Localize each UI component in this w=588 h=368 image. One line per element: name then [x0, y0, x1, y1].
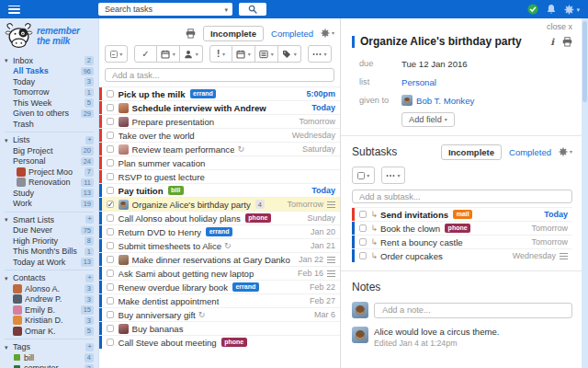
add-field-button[interactable]: Add field	[401, 112, 455, 127]
tag-chip[interactable]: errand	[206, 227, 232, 236]
settings-menu-button[interactable]	[564, 5, 580, 15]
search-options-caret-icon[interactable]	[224, 6, 228, 13]
add-task-box[interactable]	[105, 68, 334, 82]
add-icon[interactable]	[85, 343, 94, 351]
task-checkbox[interactable]	[359, 252, 367, 259]
subtasks-options-button[interactable]	[559, 147, 572, 156]
task-checkbox[interactable]	[107, 228, 114, 236]
sidebar-item-this-week[interactable]: This Week5	[0, 98, 98, 109]
task-row[interactable]: Buy anniversary giftMar 6	[99, 307, 340, 321]
task-checkbox[interactable]	[107, 256, 114, 263]
add-note-input[interactable]	[380, 305, 566, 316]
sidebar-item-emily-b[interactable]: Emily B.15	[0, 305, 98, 316]
task-checkbox[interactable]	[107, 132, 114, 139]
task-checkbox[interactable]	[107, 325, 114, 332]
task-row[interactable]: Call Alonso about holiday plansphoneSund…	[99, 211, 340, 224]
toolbar-complete-button[interactable]: ✓	[134, 45, 157, 63]
sidebar-item-andrew-p[interactable]: Andrew P.3	[0, 294, 98, 305]
hamburger-menu-button[interactable]	[8, 6, 20, 14]
task-checkbox[interactable]	[107, 311, 114, 318]
sidebar-item-bill[interactable]: bill4	[0, 352, 98, 363]
task-checkbox[interactable]	[107, 187, 114, 194]
task-row[interactable]: Plan summer vacation	[99, 155, 340, 169]
subtask-row[interactable]: Send invitationsmailToday	[352, 207, 572, 221]
tab-incomplete[interactable]: Incomplete	[203, 26, 264, 41]
task-checkbox[interactable]	[107, 214, 114, 222]
add-icon[interactable]	[85, 136, 94, 144]
list-options-button[interactable]	[321, 29, 334, 38]
sidebar-item-this-month-s-bills[interactable]: This Month's Bills1	[0, 247, 98, 258]
task-checkbox[interactable]	[107, 118, 114, 125]
tab-completed[interactable]: Completed	[271, 29, 313, 39]
task-row[interactable]: Organize Alice's birthday party4Tomorrow	[99, 197, 340, 211]
task-checkbox[interactable]	[107, 297, 114, 305]
sidebar-item-tomorrow[interactable]: Tomorrow1	[0, 87, 98, 98]
task-checkbox[interactable]	[107, 90, 114, 98]
subtasks-tab-incomplete[interactable]: Incomplete	[441, 144, 502, 160]
sidebar-item-today-at-work[interactable]: Today at Work13	[0, 257, 98, 268]
sidebar-item-alonso-a[interactable]: Alonso A.3	[0, 283, 98, 294]
sidebar-item-project-moo[interactable]: Project Moo7	[0, 167, 98, 178]
sidebar-item-omar-k[interactable]: Omar K.5	[0, 326, 98, 337]
sidebar-section-contacts[interactable]: Contacts	[0, 273, 98, 284]
task-checkbox[interactable]	[107, 242, 114, 249]
toolbar-tag-button[interactable]	[278, 45, 301, 63]
search-button[interactable]	[239, 3, 266, 16]
sidebar-item-trash[interactable]: Trash	[0, 119, 98, 130]
toolbar-assign-button[interactable]	[180, 45, 203, 63]
task-row[interactable]: Make dinner reservations at Gary DankoJa…	[99, 252, 340, 266]
task-row[interactable]: Ask Sami about getting new laptopFeb 16	[99, 266, 340, 280]
task-row[interactable]: Pay tuitionbillToday	[99, 183, 340, 197]
toolbar-more-button[interactable]	[381, 167, 405, 184]
add-icon[interactable]	[85, 215, 94, 224]
task-row[interactable]: Pick up the milkerrand5:00pm	[99, 86, 340, 100]
subtask-row[interactable]: Order cupcakesWednesday	[352, 248, 572, 262]
task-row[interactable]: Call Steve about meetingphone	[99, 335, 340, 349]
add-subtask-box[interactable]	[352, 190, 572, 203]
search-input[interactable]	[103, 4, 221, 15]
task-row[interactable]: Return DVD to HenryerrandJan 20	[99, 224, 340, 238]
task-row[interactable]: Prepare presentationTomorrow	[99, 114, 340, 128]
tag-chip[interactable]: phone	[245, 213, 271, 223]
sidebar-section-tags[interactable]: Tags	[0, 342, 98, 353]
tag-chip[interactable]: bill	[168, 186, 184, 195]
task-checkbox[interactable]	[107, 145, 114, 153]
task-checkbox[interactable]	[107, 159, 114, 167]
task-row[interactable]: Take over the worldWednesday	[99, 128, 340, 142]
task-row[interactable]: Renew overdue library bookerrandFeb 22	[99, 280, 340, 293]
task-checkbox[interactable]	[359, 224, 367, 232]
field-value[interactable]: Personal	[401, 77, 436, 87]
tag-chip[interactable]: errand	[190, 89, 217, 98]
toolbar-priority-button[interactable]: !	[209, 45, 232, 63]
task-checkbox[interactable]	[107, 173, 114, 180]
search-box[interactable]	[98, 3, 232, 16]
toolbar-more-button[interactable]	[308, 45, 332, 63]
subtask-row[interactable]: Book the clownphoneTomorrow	[352, 221, 572, 235]
toolbar-select-button[interactable]	[105, 45, 128, 63]
task-checkbox[interactable]	[359, 238, 367, 246]
toolbar-due-date-button[interactable]	[157, 45, 180, 63]
tag-chip[interactable]: errand	[232, 282, 259, 292]
sidebar-section-inbox[interactable]: Inbox2	[0, 55, 98, 66]
tag-chip[interactable]: phone	[221, 338, 247, 347]
sidebar-item-computer[interactable]: computer2	[0, 363, 98, 368]
notifications-bell-icon[interactable]	[546, 4, 557, 15]
close-detail-button[interactable]: close x	[547, 22, 572, 31]
sidebar-item-renovation[interactable]: Renovation11	[0, 178, 98, 189]
add-subtask-input[interactable]	[357, 191, 567, 202]
detail-task-title[interactable]: Organize Alice's birthday party	[360, 35, 550, 48]
task-row[interactable]: Schedule interview with AndrewToday	[99, 100, 340, 114]
detail-scrollbar-thumb[interactable]	[582, 21, 587, 102]
add-note-box[interactable]	[374, 303, 572, 318]
task-checkbox[interactable]	[107, 270, 114, 277]
subtasks-tab-completed[interactable]: Completed	[509, 147, 551, 157]
task-row[interactable]: Review team performanceSaturday	[99, 142, 340, 155]
sidebar-item-high-priority[interactable]: High Priority8	[0, 236, 98, 247]
add-icon[interactable]	[85, 274, 94, 282]
toolbar-select-button[interactable]	[352, 167, 375, 184]
task-row[interactable]: Buy bananas	[99, 321, 340, 335]
task-checkbox[interactable]	[107, 339, 114, 346]
sidebar-section-smart-lists[interactable]: Smart Lists	[0, 214, 98, 225]
sidebar-item-kristian-d[interactable]: Kristian D.3	[0, 316, 98, 327]
task-row[interactable]: RSVP to guest lecture	[99, 169, 340, 183]
